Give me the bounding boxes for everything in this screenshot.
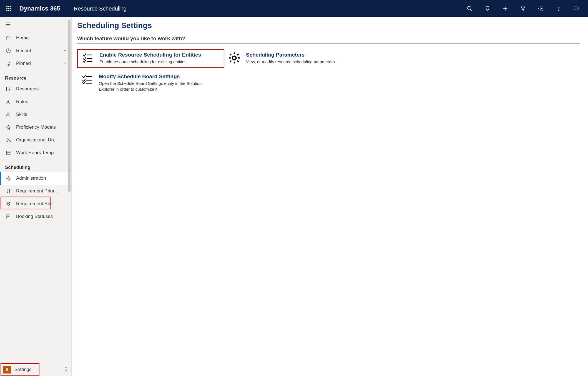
search-icon[interactable] (465, 4, 475, 14)
svg-point-13 (540, 8, 542, 9)
tile-scheduling-parameters[interactable]: Scheduling Parameters View, or modify re… (224, 49, 371, 68)
clock-icon (5, 47, 12, 54)
nav-label: Roles (16, 99, 28, 105)
tile-modify-schedule-board[interactable]: Modify Schedule Board Settings Open the … (77, 71, 224, 95)
svg-point-21 (9, 90, 10, 91)
sort-icon (5, 188, 12, 194)
divider (77, 43, 580, 44)
nav-roles[interactable]: Roles (0, 95, 71, 108)
gear-icon (5, 175, 12, 182)
svg-rect-43 (238, 57, 240, 59)
filter-icon[interactable] (518, 4, 528, 14)
nav-group-resource: Resource (0, 70, 71, 83)
topbar-actions (465, 4, 584, 14)
nav-label: Home (16, 35, 29, 41)
svg-rect-44 (230, 54, 232, 56)
svg-rect-41 (234, 62, 235, 63)
svg-point-23 (7, 113, 9, 115)
svg-marker-25 (6, 125, 11, 130)
area-badge: S (3, 366, 11, 374)
svg-rect-45 (237, 60, 239, 62)
chevron-down-icon (62, 48, 68, 54)
nav-label: Resources (16, 86, 39, 92)
svg-rect-0 (6, 6, 7, 7)
nav-label: Pinned (16, 61, 31, 66)
prompt-text: Which feature would you like to work wit… (77, 35, 580, 43)
roles-icon (5, 98, 12, 105)
nav-label: Work Hours Temp... (16, 150, 58, 156)
svg-point-9 (468, 6, 471, 10)
lightbulb-icon[interactable] (483, 4, 492, 14)
svg-rect-1 (8, 6, 9, 7)
nav-administration[interactable]: Administration (0, 172, 71, 185)
svg-rect-42 (229, 57, 231, 59)
topbar: Dynamics 365 Resource Scheduling (0, 0, 588, 17)
nav-resources[interactable]: Resources (0, 83, 71, 95)
nav-home[interactable]: Home (0, 32, 71, 44)
svg-rect-47 (230, 60, 232, 62)
nav-label: Proficiency Models (16, 125, 56, 130)
org-icon (5, 137, 12, 143)
nav-label: Skills (16, 112, 27, 117)
checklist-icon (82, 52, 94, 64)
settings-icon[interactable] (536, 4, 546, 14)
nav-group-scheduling: Scheduling (0, 159, 71, 172)
nav-recent[interactable]: Recent (0, 44, 71, 57)
sidebar: Home Recent Pinned (0, 17, 72, 376)
tile-desc: View, or modify resource scheduling para… (246, 59, 336, 65)
svg-rect-46 (237, 54, 239, 56)
nav-req-priorities[interactable]: Requirement Prior... (0, 185, 71, 197)
tile-title: Enable Resource Scheduling for Entities (99, 52, 201, 59)
svg-rect-8 (10, 10, 11, 11)
main-content: Scheduling Settings Which feature would … (72, 17, 588, 376)
sidebar-scrollbar[interactable] (68, 20, 71, 192)
app-launcher-icon[interactable] (4, 4, 14, 14)
page-title: Scheduling Settings (77, 20, 580, 35)
nav-label: Booking Statuses (16, 214, 53, 219)
chevron-up-down-icon (64, 366, 69, 373)
svg-rect-2 (10, 6, 11, 7)
nav-label: Organizational Un... (16, 137, 58, 143)
home-icon (5, 35, 12, 41)
nav-skills[interactable]: Skills (0, 108, 71, 121)
app-area-label[interactable]: Resource Scheduling (67, 6, 127, 12)
star-icon (5, 124, 12, 131)
assistant-icon[interactable] (571, 4, 581, 14)
svg-point-32 (7, 202, 8, 204)
svg-rect-7 (8, 10, 9, 11)
brand-label[interactable]: Dynamics 365 (14, 5, 67, 12)
nav-work-hours[interactable]: Work Hours Temp... (0, 146, 71, 159)
nav-label: Recent (16, 48, 31, 54)
area-switcher[interactable]: S Settings (0, 363, 71, 376)
svg-rect-15 (574, 7, 578, 10)
hamburger-icon[interactable] (0, 17, 71, 32)
flag-icon (5, 213, 12, 220)
tile-title: Scheduling Parameters (246, 52, 336, 59)
nav-req-statuses[interactable]: Requirement Stat... (0, 197, 71, 210)
svg-point-31 (8, 178, 9, 179)
svg-point-22 (7, 100, 9, 102)
nav-proficiency-models[interactable]: Proficiency Models (0, 121, 71, 134)
resources-icon (5, 86, 12, 92)
people-icon (5, 200, 12, 207)
svg-rect-26 (8, 138, 9, 139)
nav-org-units[interactable]: Organizational Un... (0, 134, 71, 146)
tile-enable-scheduling[interactable]: Enable Resource Scheduling for Entities … (77, 49, 224, 68)
add-icon[interactable] (500, 4, 510, 14)
svg-rect-3 (6, 8, 7, 9)
skills-icon (5, 111, 12, 118)
nav-label: Requirement Stat... (16, 201, 57, 207)
tile-desc: Enable resource scheduling for existing … (99, 59, 201, 65)
svg-point-14 (558, 10, 559, 11)
nav-pinned[interactable]: Pinned (0, 57, 71, 70)
svg-rect-5 (10, 8, 11, 9)
pin-icon (5, 60, 12, 67)
calendar-icon (5, 149, 12, 156)
svg-point-33 (9, 202, 10, 204)
svg-line-10 (471, 9, 472, 11)
chevron-down-icon (62, 60, 68, 67)
svg-rect-40 (234, 52, 235, 54)
svg-rect-6 (6, 10, 7, 11)
nav-booking-statuses[interactable]: Booking Statuses (0, 210, 71, 223)
help-icon[interactable] (554, 4, 564, 14)
